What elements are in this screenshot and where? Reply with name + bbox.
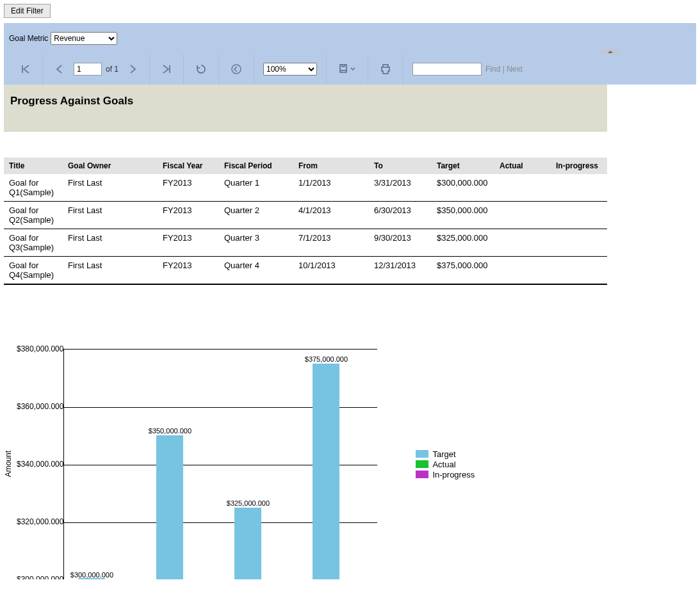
find-next-link[interactable]: Find | Next xyxy=(485,65,523,74)
parameter-bar: Goal Metric Revenue xyxy=(4,23,696,54)
goal-metric-label: Goal Metric xyxy=(9,34,48,43)
chart-legend: TargetActualIn-progress xyxy=(416,449,475,480)
column-header: From xyxy=(293,157,369,174)
chart-bar xyxy=(234,508,261,580)
prev-page-button[interactable] xyxy=(52,61,67,77)
report-header-band: Progress Against Goals xyxy=(4,85,607,132)
column-header: Actual xyxy=(494,157,551,174)
bar-value-label: $300,000.000 xyxy=(70,571,113,579)
first-page-button[interactable] xyxy=(18,61,33,77)
back-button[interactable] xyxy=(228,61,245,77)
svg-point-0 xyxy=(232,65,241,74)
column-header: Target xyxy=(432,157,494,174)
last-page-button[interactable] xyxy=(159,61,174,77)
chevron-down-icon xyxy=(350,66,356,72)
column-header: In-progress xyxy=(551,157,607,174)
chart-plot-area: $300,000.000$350,000.000$325,000.000$375… xyxy=(63,349,377,579)
legend-swatch xyxy=(416,450,428,458)
legend-item: Target xyxy=(416,449,475,459)
bar-value-label: $350,000.000 xyxy=(149,427,191,435)
table-row: Goal for Q1(Sample)First LastFY2013Quart… xyxy=(4,174,607,202)
report-toolbar: of 1 100% Find | Next xyxy=(4,54,696,85)
y-axis-label: Amount xyxy=(4,451,13,477)
parameter-expand-handle[interactable] xyxy=(601,49,619,54)
column-header: Fiscal Period xyxy=(219,157,293,174)
next-page-button[interactable] xyxy=(125,61,140,77)
table-row: Goal for Q4(Sample)First LastFY2013Quart… xyxy=(4,257,607,285)
column-header: To xyxy=(369,157,432,174)
legend-swatch xyxy=(416,460,428,468)
bar-value-label: $325,000.000 xyxy=(227,499,270,507)
legend-label: In-progress xyxy=(432,470,475,479)
chart-bar xyxy=(156,435,183,579)
legend-swatch xyxy=(416,471,428,478)
column-header: Title xyxy=(4,157,63,174)
print-button[interactable] xyxy=(377,61,394,77)
bar-value-label: $375,000.000 xyxy=(305,355,348,363)
chart: Amount $380,000.000$360,000.000$340,000.… xyxy=(4,349,696,579)
find-input[interactable] xyxy=(412,63,482,76)
table-row: Goal for Q2(Sample)First LastFY2013Quart… xyxy=(4,202,607,229)
goals-table: TitleGoal OwnerFiscal YearFiscal PeriodF… xyxy=(4,157,607,285)
goal-metric-select[interactable]: Revenue xyxy=(51,32,117,45)
legend-label: Target xyxy=(432,449,455,459)
refresh-button[interactable] xyxy=(193,61,209,77)
export-button[interactable] xyxy=(336,61,359,77)
edit-filter-button[interactable]: Edit Filter xyxy=(4,4,51,18)
legend-item: In-progress xyxy=(416,470,475,479)
page-of-label: of 1 xyxy=(106,65,118,74)
page-number-input[interactable] xyxy=(74,63,102,76)
chart-bar xyxy=(313,364,339,580)
column-header: Goal Owner xyxy=(63,157,158,174)
report-title: Progress Against Goals xyxy=(10,95,601,108)
zoom-select[interactable]: 100% xyxy=(263,63,317,76)
column-header: Fiscal Year xyxy=(158,157,219,174)
legend-item: Actual xyxy=(416,460,475,469)
legend-label: Actual xyxy=(432,460,455,469)
table-row: Goal for Q3(Sample)First LastFY2013Quart… xyxy=(4,229,607,257)
